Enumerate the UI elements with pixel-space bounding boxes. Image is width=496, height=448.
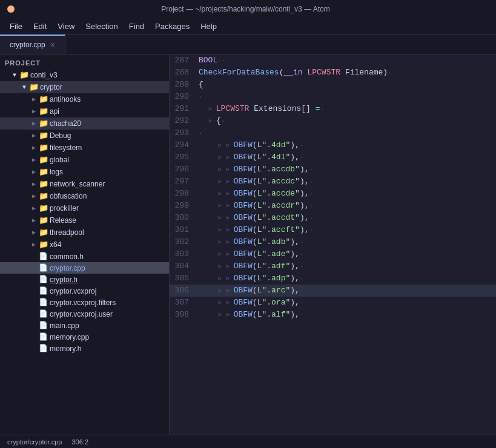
code-line-293: 293 · xyxy=(170,127,496,139)
line-content: » » OBFW(L".adp"),· xyxy=(199,272,496,285)
statusbar-position: 306:2 xyxy=(71,438,88,446)
line-number: 290 xyxy=(170,91,199,103)
folder-icon: 📁 xyxy=(39,203,50,213)
code-line-296: 296 » » OBFW(L".accdb"),· xyxy=(170,163,496,176)
menu-file[interactable]: File xyxy=(5,21,27,32)
code-line-288: 288 CheckForDataBases(__in LPCWSTR Filen… xyxy=(170,67,496,79)
line-content: » » OBFW(L".adb"),· xyxy=(199,236,496,248)
file-icon: 📄 xyxy=(39,298,50,307)
sidebar-item-cryptor-h[interactable]: ▶ 📄 cryptor.h xyxy=(0,274,169,285)
line-content: » » OBFW(L".accdt"),· xyxy=(199,212,496,224)
file-icon: 📄 xyxy=(39,332,50,341)
line-content: CheckForDataBases(__in LPCWSTR Filename)… xyxy=(199,67,496,79)
sidebar-item-global[interactable]: ▶ 📁 global xyxy=(0,154,169,166)
line-number: 293 xyxy=(170,127,199,139)
line-content: · xyxy=(199,91,496,103)
line-number: 303 xyxy=(170,248,199,260)
menu-find[interactable]: Find xyxy=(124,21,149,32)
sidebar-item-obfuscation[interactable]: ▶ 📁 obfuscation xyxy=(0,190,169,202)
sidebar-item-chacha20[interactable]: ▶ 📁 chacha20 xyxy=(0,117,169,130)
sidebar-item-prockiller[interactable]: ▶ 📁 prockiller xyxy=(0,202,169,214)
menu-selection[interactable]: Selection xyxy=(81,21,122,32)
chevron-icon: ▶ xyxy=(29,144,39,151)
sidebar-item-label: cryptor xyxy=(40,83,169,91)
folder-icon: 📁 xyxy=(29,82,40,92)
sidebar-item-label: chacha20 xyxy=(50,119,169,128)
sidebar-item-api[interactable]: ▶ 📁 api xyxy=(0,105,169,117)
sidebar-item-conti-v3[interactable]: ▼ 📁 conti_v3 xyxy=(0,69,169,81)
line-content: » » OBFW(L".ora"),· xyxy=(199,297,496,309)
sidebar-item-label: network_scanner xyxy=(50,180,169,188)
statusbar: cryptor/cryptor.cpp 306:2 xyxy=(0,435,496,448)
sidebar-item-cryptor-vcxproj[interactable]: ▶ 📄 cryptor.vcxproj xyxy=(0,285,169,297)
sidebar-item-label: threadpool xyxy=(50,228,169,237)
sidebar-item-release[interactable]: ▶ 📁 Release xyxy=(0,214,169,226)
chevron-icon: ▼ xyxy=(19,84,29,91)
file-icon: 📄 xyxy=(39,252,50,261)
line-number: 287 xyxy=(170,54,199,67)
line-number: 308 xyxy=(170,309,199,321)
tab-cryptor-cpp[interactable]: cryptor.cpp × xyxy=(0,35,65,54)
sidebar-item-label: filesystem xyxy=(50,143,169,152)
sidebar-item-cryptor[interactable]: ▼ 📁 cryptor xyxy=(0,81,169,93)
line-number: 304 xyxy=(170,260,199,272)
sidebar-item-antihooks[interactable]: ▶ 📁 antihooks xyxy=(0,93,169,105)
sidebar-item-logs[interactable]: ▶ 📁 logs xyxy=(0,166,169,178)
code-line-298: 298 » » OBFW(L".accde"),· xyxy=(170,188,496,200)
code-line-307: 307 » » OBFW(L".ora"),· xyxy=(170,297,496,309)
line-content: » » OBFW(L".ade"),· xyxy=(199,248,496,260)
sidebar-item-cryptor-cpp[interactable]: ▶ 📄 cryptor.cpp xyxy=(0,262,169,274)
line-number: 306 xyxy=(170,285,199,297)
folder-icon: 📁 xyxy=(39,94,50,104)
file-icon: 📄 xyxy=(39,321,50,330)
code-line-287: 287 BOOL·· xyxy=(170,54,496,67)
sidebar-item-label: obfuscation xyxy=(50,192,169,200)
chevron-icon: ▼ xyxy=(10,72,19,79)
code-line-290: 290 · xyxy=(170,91,496,103)
line-content: » » OBFW(L".accdc"),· xyxy=(199,176,496,188)
sidebar-item-threadpool[interactable]: ▶ 📁 threadpool xyxy=(0,226,169,239)
code-line-304: 304 » » OBFW(L".adf"),· xyxy=(170,260,496,272)
sidebar-item-cryptor-vcxproj-user[interactable]: ▶ 📄 cryptor.vcxproj.user xyxy=(0,308,169,320)
code-line-297: 297 » » OBFW(L".accdc"),· xyxy=(170,176,496,188)
file-icon: 📄 xyxy=(39,286,50,295)
line-number: 289 xyxy=(170,79,199,91)
line-number: 299 xyxy=(170,200,199,212)
folder-icon: 📁 xyxy=(39,228,50,237)
menu-edit[interactable]: Edit xyxy=(28,21,51,32)
file-icon: 📄 xyxy=(39,275,50,284)
sidebar-item-filesystem[interactable]: ▶ 📁 filesystem xyxy=(0,142,169,154)
line-content: » LPCWSTR Extensions[] =· xyxy=(199,103,496,115)
line-content: » » OBFW(L".arc"),· xyxy=(199,285,496,297)
tab-close-button[interactable]: × xyxy=(50,40,55,50)
sidebar-item-memory-cpp[interactable]: ▶ 📄 memory.cpp xyxy=(0,331,169,343)
sidebar-item-network-scanner[interactable]: ▶ 📁 network_scanner xyxy=(0,178,169,190)
sidebar-item-label: api xyxy=(50,107,169,116)
chevron-icon: ▶ xyxy=(29,120,39,127)
line-content: » » OBFW(L".alf"),· xyxy=(199,309,496,321)
folder-icon: 📁 xyxy=(39,167,50,177)
code-line-302: 302 » » OBFW(L".adb"),· xyxy=(170,236,496,248)
tab-label: cryptor.cpp xyxy=(10,41,45,49)
sidebar-item-cryptor-vcxproj-filters[interactable]: ▶ 📄 cryptor.vcxproj.filters xyxy=(0,297,169,308)
line-number: 298 xyxy=(170,188,199,200)
code-line-300: 300 » » OBFW(L".accdt"),· xyxy=(170,212,496,224)
sidebar-item-x64[interactable]: ▶ 📁 x64 xyxy=(0,239,169,251)
folder-icon: 📁 xyxy=(39,131,50,140)
menu-view[interactable]: View xyxy=(53,21,79,32)
folder-icon: 📁 xyxy=(39,179,50,189)
chevron-icon: ▶ xyxy=(29,156,39,163)
code-line-299: 299 » » OBFW(L".accdr"),· xyxy=(170,200,496,212)
editor-panel: 287 BOOL·· 288 CheckForDataBases(__in LP… xyxy=(170,54,496,435)
sidebar-item-label: memory.h xyxy=(50,344,169,353)
sidebar-item-label: cryptor.vcxproj.user xyxy=(50,310,169,318)
sidebar-item-main-cpp[interactable]: ▶ 📄 main.cpp xyxy=(0,320,169,331)
sidebar-item-memory-h[interactable]: ▶ 📄 memory.h xyxy=(0,343,169,354)
chevron-icon: ▶ xyxy=(29,180,39,188)
chevron-icon: ▶ xyxy=(29,205,39,212)
code-area[interactable]: 287 BOOL·· 288 CheckForDataBases(__in LP… xyxy=(170,54,496,435)
menu-packages[interactable]: Packages xyxy=(150,21,194,32)
sidebar-item-debug[interactable]: ▶ 📁 Debug xyxy=(0,130,169,142)
sidebar-item-common-h[interactable]: ▶ 📄 common.h xyxy=(0,251,169,262)
menu-help[interactable]: Help xyxy=(196,21,222,32)
